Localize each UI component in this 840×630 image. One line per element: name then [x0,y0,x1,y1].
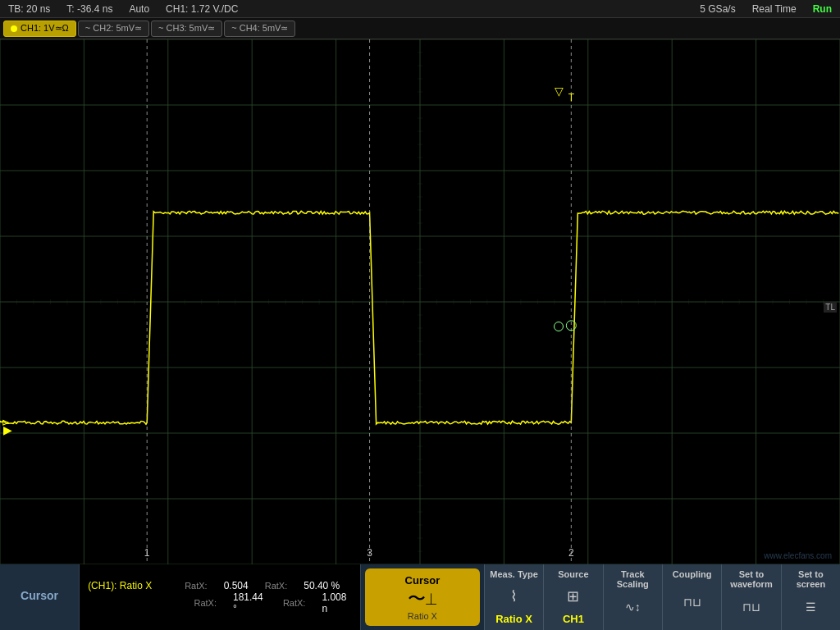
cursor-icon: 〜⟂ [408,587,436,611]
sample-rate-display: 5 GSa/s [700,3,735,15]
meas-val1-label: RatX: [185,581,208,591]
timebase-display: TB: 20 ns [8,3,50,15]
cursor-panel: Cursor [0,564,80,630]
source-icon: ⊞ [567,587,579,605]
run-stop-display: Run [813,3,832,15]
ch1-label: CH1: 1V≃Ω [21,23,69,34]
meas-val2-label: RatX: [265,581,288,591]
auto-label: Auto [129,3,149,15]
ch3-label: ~ CH3: 5mV≃ [158,23,215,34]
scope-display: ▶ ▽ TL www.elecfans.com [0,39,840,564]
set-waveform-icon: ⊓⊔ [742,600,760,614]
track-scaling-button[interactable]: Track Scaling ∿↕ [603,564,662,630]
meas-type-bottom-label: Ratio X [495,613,532,625]
cursor-button[interactable]: Cursor 〜⟂ Ratio X [365,568,480,626]
channel-bar: CH1: 1V≃Ω ~ CH2: 5mV≃ ~ CH3: 5mV≃ ~ CH4:… [0,18,840,39]
ch2-button[interactable]: ~ CH2: 5mV≃ [78,21,149,37]
measurement-display: (CH1): Ratio X RatX: 0.504 RatX: 50.40 %… [80,564,361,630]
meas-type-top-label: Meas. Type [490,569,538,579]
trigger-marker: ▽ [555,84,564,98]
ch4-button[interactable]: ~ CH4: 5mV≃ [224,21,295,37]
cursor-crosshair [554,322,564,331]
ground-marker: ▶ [3,423,12,436]
ch4-label: ~ CH4: 5mV≃ [231,23,288,34]
cursor-panel-title: Cursor [21,589,58,602]
set-waveform-label: Set to waveform [725,569,777,589]
meas-val2: 50.40 % [304,580,340,591]
tl-label: TL [824,302,837,313]
set-screen-icon: ☰ [806,600,816,614]
coupling-label: Coupling [673,569,712,579]
meas-row-2: RatX: 181.44 ° RatX: 1.008 n [88,591,352,614]
mode-display: Real Time [752,3,797,15]
bottom-buttons-row: Cursor 〜⟂ Ratio X Meas. Type ⌇ Ratio X S… [361,564,840,630]
time-display: T: -36.4 ns [66,3,112,15]
set-screen-label: Set to screen [785,569,837,589]
meas-val1: 0.504 [224,580,249,591]
meas-row-1: (CH1): Ratio X RatX: 0.504 RatX: 50.40 % [88,580,352,591]
meas-source: (CH1): Ratio X [88,580,152,591]
track-scaling-icon: ∿↕ [625,600,641,614]
meas-type-button[interactable]: Meas. Type ⌇ Ratio X [484,564,543,630]
ch1-button[interactable]: CH1: 1V≃Ω [3,21,76,37]
coupling-button[interactable]: Coupling ⊓⊔ [662,564,721,630]
meas-type-icon: ⌇ [510,587,518,605]
set-waveform-button[interactable]: Set to waveform ⊓⊔ [721,564,780,630]
waveform-canvas [0,39,840,564]
source-top-label: Source [558,569,588,579]
meas-val3-label: RatX: [194,598,217,608]
set-screen-button[interactable]: Set to screen ☰ [781,564,840,630]
meas-val3: 181.44 ° [233,591,267,614]
top-status-bar: TB: 20 ns T: -36.4 ns Auto CH1: 1.72 V./… [0,0,840,18]
source-bottom-label: CH1 [563,613,584,625]
coupling-icon: ⊓⊔ [683,596,701,609]
meas-val4: 1.008 n [322,591,352,614]
cursor-btn-sublabel: Ratio X [408,611,437,621]
source-button[interactable]: Source ⊞ CH1 [543,564,602,630]
ch3-button[interactable]: ~ CH3: 5mV≃ [151,21,222,37]
cursor-btn-label: Cursor [405,574,441,587]
ch2-label: ~ CH2: 5mV≃ [85,23,142,34]
watermark: www.elecfans.com [764,551,832,560]
meas-val4-label: RatX: [283,598,306,608]
ch1-indicator [11,25,17,32]
ch1-setting-display: CH1: 1.72 V./DC [166,3,238,15]
track-scaling-label: Track Scaling [607,569,659,589]
bottom-panel: Cursor (CH1): Ratio X RatX: 0.504 RatX: … [0,564,840,630]
